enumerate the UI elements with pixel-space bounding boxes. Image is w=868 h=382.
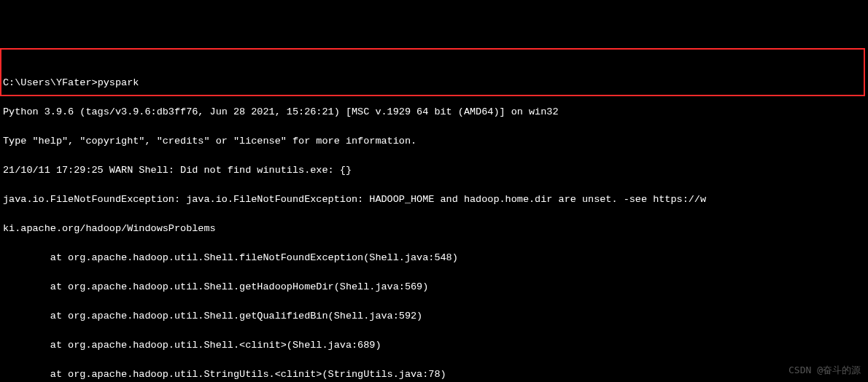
prompt-line: C:\Users\YFater>pyspark [3, 76, 865, 90]
warn-line-2: java.io.FileNotFoundException: java.io.F… [3, 192, 865, 207]
warn-line-1: 21/10/11 17:29:25 WARN Shell: Did not fi… [3, 163, 865, 178]
watermark: CSDN @奋斗的源 [788, 363, 861, 378]
stack-line: at org.apache.hadoop.util.Shell.getHadoo… [3, 280, 865, 295]
stack-line: at org.apache.hadoop.util.Shell.fileNotF… [3, 251, 865, 265]
python-help-line: Type "help", "copyright", "credits" or "… [3, 134, 865, 149]
stack-line: at org.apache.hadoop.util.StringUtils.<c… [3, 367, 865, 382]
terminal-output: C:\Users\YFater>pyspark Python 3.9.6 (ta… [0, 58, 868, 382]
python-version-line: Python 3.9.6 (tags/v3.9.6:db3ff76, Jun 2… [3, 105, 865, 120]
warn-line-3: ki.apache.org/hadoop/WindowsProblems [3, 222, 865, 236]
prompt-command: pyspark [98, 77, 139, 88]
stack-line: at org.apache.hadoop.util.Shell.<clinit>… [3, 338, 865, 353]
prompt-path: C:\Users\YFater> [3, 77, 98, 88]
stack-line: at org.apache.hadoop.util.Shell.getQuali… [3, 309, 865, 324]
